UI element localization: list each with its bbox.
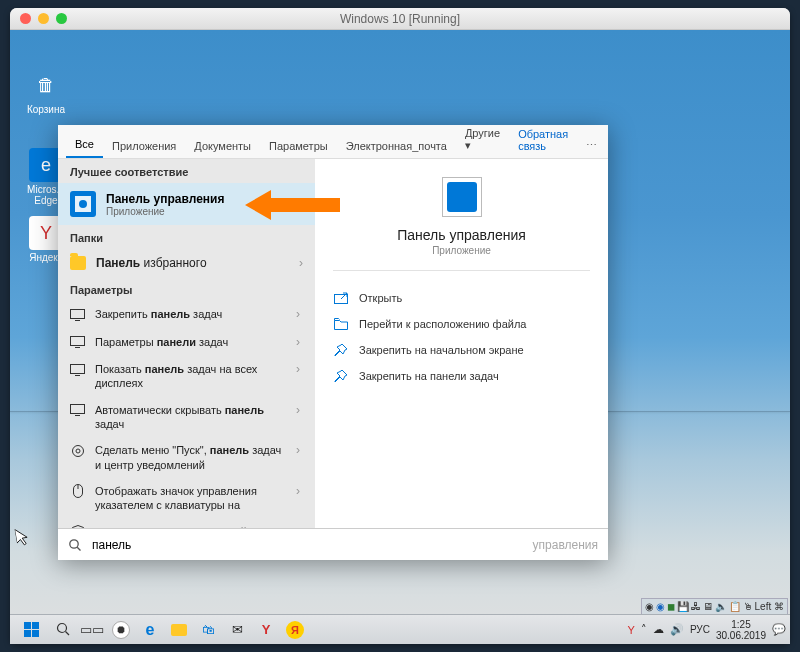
svg-rect-8 (71, 405, 85, 414)
tab-обратная связь[interactable]: Обратная связь (509, 122, 577, 158)
tray-mini-icon: 🖱 (743, 601, 753, 612)
chevron-right-icon: › (293, 484, 303, 500)
settings-result[interactable]: Параметры панели задач› (58, 329, 315, 357)
settings-result[interactable]: Автоматически скрывать панель задач› (58, 397, 315, 438)
svg-rect-6 (71, 364, 85, 373)
folder-result[interactable]: Панель избранного › (58, 249, 315, 277)
chevron-right-icon: › (293, 335, 303, 351)
folder-rest: избранного (140, 256, 206, 270)
tray-volume-icon[interactable]: 🔊 (670, 623, 684, 636)
tray-mini-icon: 💾 (677, 601, 689, 612)
separator (333, 270, 590, 271)
best-match-title: Панель управления (106, 192, 224, 206)
pin-icon (333, 343, 349, 357)
window-title: Windows 10 [Running] (10, 12, 790, 26)
vm-status-tray: ◉ ◉ ◼ 💾 🖧 🖥 🔈 📋 🖱 Left ⌘ (641, 598, 788, 614)
settings-header: Параметры (58, 277, 315, 301)
cursor-icon (15, 527, 32, 547)
windows-desktop[interactable]: 🗑КорзинаeMicros...EdgeYЯндекс ВсеПриложе… (10, 30, 790, 644)
tray-up-icon[interactable]: ˄ (641, 623, 647, 636)
tabs-overflow[interactable]: ⋯ (577, 133, 606, 158)
tray-clock[interactable]: 1:25 30.06.2019 (716, 619, 766, 641)
svg-point-16 (70, 539, 78, 547)
zoom-dot[interactable] (56, 13, 67, 24)
taskbar-yandex-icon[interactable]: ⏺ (107, 618, 135, 642)
control-panel-icon (70, 191, 96, 217)
tray-mini-icon: ◼ (667, 601, 675, 612)
detail-action-label: Закрепить на начальном экране (359, 344, 524, 356)
folder-icon (333, 317, 349, 331)
settings-result-label: Автоматически скрывать панель задач (95, 403, 283, 432)
taskbar-store-icon[interactable]: 🛍 (194, 618, 222, 642)
detail-action-label: Перейти к расположению файла (359, 318, 526, 330)
monitor-icon (70, 404, 85, 417)
taskbar-yandex-browser-icon[interactable]: Y (252, 618, 280, 642)
tray-mini-icon: 🖧 (691, 601, 701, 612)
result-detail-pane: Панель управления Приложение ОткрытьПере… (315, 159, 608, 528)
search-input[interactable] (90, 537, 531, 553)
tab-документы[interactable]: Документы (185, 134, 260, 158)
settings-result[interactable]: Показать панель задач на всех дисплеях› (58, 356, 315, 397)
settings-result-label: Отображать значок управления указателем … (95, 484, 283, 513)
tray-language[interactable]: РУС (690, 624, 710, 635)
tab-другие ▾[interactable]: Другие ▾ (456, 121, 509, 158)
host-window: Windows 10 [Running] 🗑КорзинаeMicros...E… (10, 8, 790, 644)
tab-параметры[interactable]: Параметры (260, 134, 337, 158)
detail-action[interactable]: Перейти к расположению файла (333, 311, 590, 337)
taskbar: ▭▭ ⏺ e 🛍 ✉ Y Я Y ˄ ☁ 🔊 РУС 1:25 30.06.20… (10, 614, 790, 644)
mac-titlebar: Windows 10 [Running] (10, 8, 790, 30)
detail-action[interactable]: Закрепить на панели задач (333, 363, 590, 389)
svg-line-17 (77, 547, 80, 550)
svg-line-15 (341, 293, 347, 299)
best-match-header: Лучшее соответствие (58, 159, 315, 183)
tray-onedrive-icon[interactable]: ☁ (653, 623, 664, 636)
task-view-icon[interactable]: ▭▭ (78, 618, 106, 642)
chevron-right-icon: › (293, 362, 303, 378)
settings-result[interactable]: Закрепить панель задач› (58, 301, 315, 329)
svg-point-20 (57, 624, 66, 633)
desktop-recycle-bin-icon[interactable]: 🗑Корзина (26, 68, 66, 115)
taskbar-yandex-search-icon[interactable]: Я (281, 618, 309, 642)
settings-result[interactable]: Сделать меню "Пуск", панель задач и цент… (58, 437, 315, 478)
close-dot[interactable] (20, 13, 31, 24)
svg-rect-2 (71, 309, 85, 318)
tray-mini-icon: 📋 (729, 601, 741, 612)
tray-time: 1:25 (716, 619, 766, 630)
start-button[interactable] (14, 618, 48, 642)
svg-rect-4 (71, 337, 85, 346)
taskbar-explorer-icon[interactable] (165, 618, 193, 642)
detail-action-label: Закрепить на панели задач (359, 370, 499, 382)
detail-action[interactable]: Закрепить на начальном экране (333, 337, 590, 363)
search-bar[interactable]: управления (58, 528, 608, 560)
tray-yandex-icon[interactable]: Y (628, 624, 635, 636)
settings-result[interactable]: Отображать значок управления указателем … (58, 478, 315, 519)
monitor-icon (70, 336, 85, 349)
system-tray: Y ˄ ☁ 🔊 РУС 1:25 30.06.2019 💬 (628, 619, 786, 641)
tray-notifications-icon[interactable]: 💬 (772, 623, 786, 636)
vm-hostkey-label: Left ⌘ (755, 601, 784, 612)
detail-subtitle: Приложение (432, 245, 491, 256)
tab-все[interactable]: Все (66, 132, 103, 158)
search-icon (68, 538, 82, 552)
folders-header: Папки (58, 225, 315, 249)
settings-result[interactable]: Скрывать значки приложений на панели зад… (58, 519, 315, 528)
taskbar-edge-icon[interactable]: e (136, 618, 164, 642)
detail-action-label: Открыть (359, 292, 402, 304)
monitor-icon (70, 363, 85, 376)
tab-приложения[interactable]: Приложения (103, 134, 185, 158)
gear-icon (70, 444, 85, 457)
detail-action[interactable]: Открыть (333, 285, 590, 311)
open-icon (333, 291, 349, 305)
traffic-lights[interactable] (10, 13, 67, 24)
start-search-panel: ВсеПриложенияДокументыПараметрыЭлектронн… (58, 125, 608, 560)
settings-result-label: Сделать меню "Пуск", панель задач и цент… (95, 443, 283, 472)
tray-mini-icon: 🔈 (715, 601, 727, 612)
taskbar-mail-icon[interactable]: ✉ (223, 618, 251, 642)
tray-mini-icon: ◉ (656, 601, 665, 612)
detail-title: Панель управления (397, 227, 526, 243)
taskbar-search-icon[interactable] (49, 618, 77, 642)
minimize-dot[interactable] (38, 13, 49, 24)
tab-электронная_почта[interactable]: Электронная_почта (337, 134, 456, 158)
best-match-item[interactable]: Панель управления Приложение (58, 183, 315, 225)
svg-point-1 (79, 200, 87, 208)
